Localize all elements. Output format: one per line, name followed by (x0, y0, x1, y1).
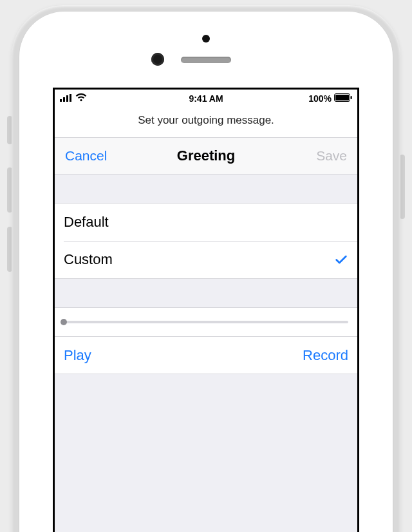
playback-scrubber[interactable] (64, 319, 348, 325)
save-button: Save (314, 144, 350, 167)
power-button (400, 155, 405, 219)
svg-rect-5 (335, 95, 349, 100)
option-custom[interactable]: Custom (55, 241, 357, 278)
scrubber-thumb[interactable] (61, 319, 67, 325)
svg-rect-2 (66, 95, 68, 102)
wifi-icon (75, 93, 87, 104)
svg-rect-6 (350, 96, 351, 99)
cellular-signal-icon (60, 93, 73, 104)
spacer (55, 279, 357, 307)
playback-actions: Play Record (55, 337, 357, 374)
greeting-options-list: Default Custom (55, 203, 357, 279)
option-default[interactable]: Default (55, 204, 357, 241)
option-custom-label: Custom (64, 251, 113, 268)
battery-percent: 100% (308, 93, 332, 104)
status-time: 9:41 AM (189, 93, 223, 104)
device-frame: 9:41 AM 100% Set your outgoing m (0, 0, 412, 532)
scrubber-track (64, 321, 348, 323)
option-default-label: Default (64, 214, 109, 231)
proximity-sensor (202, 35, 210, 43)
record-button[interactable]: Record (303, 347, 348, 364)
spacer (55, 175, 357, 203)
svg-rect-3 (70, 94, 71, 102)
playback-scrubber-cell (55, 307, 357, 337)
battery-icon (334, 93, 352, 104)
svg-rect-1 (63, 97, 65, 102)
checkmark-icon (334, 252, 348, 267)
status-bar: 9:41 AM 100% (55, 90, 357, 108)
play-button[interactable]: Play (64, 347, 91, 364)
cancel-button[interactable]: Cancel (62, 144, 109, 167)
earpiece-speaker (181, 57, 231, 63)
screen: 9:41 AM 100% Set your outgoing m (53, 88, 359, 532)
svg-rect-0 (60, 99, 62, 102)
front-camera (151, 53, 164, 66)
instruction-text: Set your outgoing message. (55, 108, 357, 137)
navigation-bar: Cancel Greeting Save (55, 137, 357, 175)
